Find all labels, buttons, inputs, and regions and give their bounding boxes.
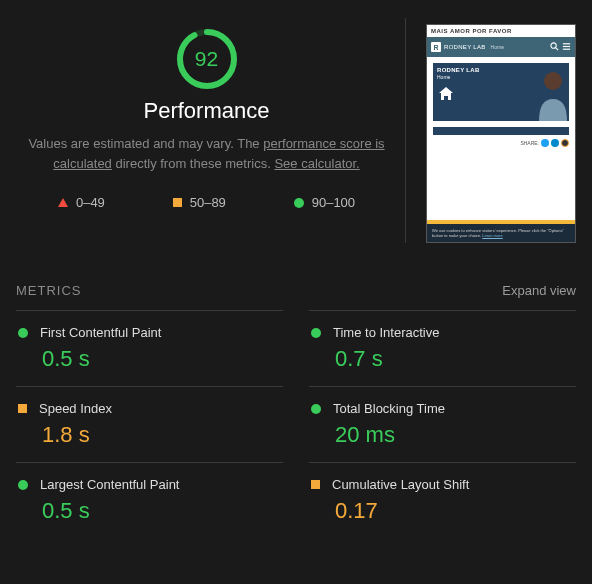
svg-point-2	[551, 42, 556, 47]
metric-name: First Contentful Paint	[40, 325, 161, 340]
metric-value: 0.5 s	[18, 346, 281, 372]
performance-title: Performance	[16, 98, 397, 124]
triangle-icon	[58, 198, 68, 207]
metric-card: Cumulative Layout Shift0.17	[309, 462, 576, 538]
preview-logo-icon: R	[431, 42, 441, 52]
circle-icon	[294, 198, 304, 208]
metric-card: Total Blocking Time20 ms	[309, 386, 576, 462]
search-icon	[550, 42, 559, 53]
metrics-grid: First Contentful Paint0.5 sTime to Inter…	[16, 310, 576, 538]
performance-score: 92	[176, 28, 238, 90]
metric-value: 0.5 s	[18, 498, 281, 524]
square-icon	[311, 480, 320, 489]
square-icon	[173, 198, 182, 207]
score-legend: 0–49 50–89 90–100	[16, 195, 397, 210]
see-calculator-link[interactable]: See calculator.	[274, 156, 359, 171]
performance-description: Values are estimated and may vary. The p…	[16, 134, 397, 173]
metric-value: 0.17	[311, 498, 574, 524]
metric-card: Largest Contentful Paint0.5 s	[16, 462, 283, 538]
metric-card: Speed Index1.8 s	[16, 386, 283, 462]
circle-icon	[311, 328, 321, 338]
metric-name: Largest Contentful Paint	[40, 477, 179, 492]
performance-gauge: 92	[176, 28, 238, 90]
metric-name: Time to Interactive	[333, 325, 439, 340]
preview-cookie-banner: We use cookies to enhance visitors' expe…	[427, 224, 575, 242]
metric-value: 20 ms	[311, 422, 574, 448]
menu-icon	[562, 42, 571, 53]
share-plus-icon	[561, 139, 569, 147]
metrics-heading: METRICS	[16, 283, 82, 298]
house-icon	[437, 86, 453, 100]
expand-view-toggle[interactable]: Expand view	[502, 283, 576, 298]
preview-hero: RODNEY LAB Home	[433, 63, 569, 121]
circle-icon	[18, 480, 28, 490]
preview-bar	[433, 127, 569, 135]
legend-low: 0–49	[58, 195, 105, 210]
metric-name: Speed Index	[39, 401, 112, 416]
svg-point-7	[544, 72, 562, 90]
preview-share: SHARE:	[427, 135, 575, 151]
svg-line-3	[556, 47, 559, 50]
metric-card: Time to Interactive0.7 s	[309, 310, 576, 386]
preview-nav: R RODNEY LAB Home	[427, 37, 575, 57]
performance-summary: 92 Performance Values are estimated and …	[16, 18, 406, 243]
legend-high: 90–100	[294, 195, 355, 210]
person-icon	[533, 63, 569, 121]
metric-value: 0.7 s	[311, 346, 574, 372]
twitter-icon	[541, 139, 549, 147]
legend-mid: 50–89	[173, 195, 226, 210]
metric-value: 1.8 s	[18, 422, 281, 448]
metric-name: Total Blocking Time	[333, 401, 445, 416]
metric-card: First Contentful Paint0.5 s	[16, 310, 283, 386]
telegram-icon	[551, 139, 559, 147]
page-screenshot-preview: MAIS AMOR POR FAVOR R RODNEY LAB Home RO…	[426, 24, 576, 243]
circle-icon	[18, 328, 28, 338]
preview-tagline: MAIS AMOR POR FAVOR	[427, 25, 575, 37]
circle-icon	[311, 404, 321, 414]
square-icon	[18, 404, 27, 413]
metric-name: Cumulative Layout Shift	[332, 477, 469, 492]
